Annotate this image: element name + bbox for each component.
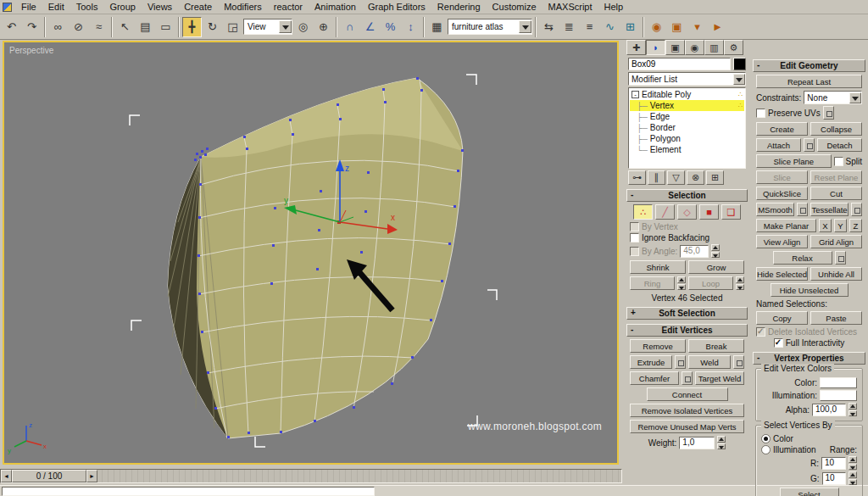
slice-button[interactable]: Slice (756, 170, 808, 184)
vertex-mode-icon[interactable]: ∴ (633, 204, 653, 220)
chamfer-settings-icon[interactable] (682, 371, 693, 385)
relax-settings-icon[interactable] (835, 251, 846, 265)
weld-settings-icon[interactable] (733, 355, 744, 369)
select-object-icon[interactable]: ↖ (115, 17, 135, 37)
loop-spinner[interactable] (736, 276, 744, 290)
schematic-view-icon[interactable]: ⊞ (620, 17, 640, 37)
time-slider-button[interactable]: 0 / 100 (12, 470, 86, 482)
use-pivot-point-icon[interactable]: ◎ (293, 17, 313, 37)
stack-item-vertex[interactable]: Vertex ∴ (630, 100, 744, 111)
preserve-uvs-checkbox[interactable] (756, 109, 765, 118)
select-and-manipulate-icon[interactable]: ⊕ (314, 17, 333, 37)
create-button[interactable]: Create (756, 122, 808, 136)
align-icon[interactable]: ≣ (559, 17, 579, 37)
view-align-button[interactable]: View Align (756, 235, 808, 248)
target-weld-button[interactable]: Target Weld (695, 371, 744, 385)
select-button[interactable]: Select (780, 488, 839, 496)
connect-button[interactable]: Connect (647, 387, 728, 401)
mesh-object[interactable] (168, 77, 464, 438)
mirror-icon[interactable]: ⇆ (539, 17, 559, 37)
vertex-properties-rollout-header[interactable]: - Vertex Properties (753, 352, 865, 365)
extrude-button[interactable]: Extrude (630, 355, 672, 369)
material-editor-icon[interactable]: ◉ (647, 17, 666, 37)
stack-item-polygon[interactable]: Polygon (630, 133, 744, 144)
stack-item-edge[interactable]: Edge (630, 111, 744, 122)
spinner-snap-icon[interactable]: ↕ (401, 17, 420, 37)
layer-manager-icon[interactable]: ≡ (580, 17, 599, 37)
tessellate-settings-icon[interactable] (851, 203, 862, 216)
extrude-settings-icon[interactable] (675, 355, 686, 369)
viewport-canvas[interactable]: z x y z x y (4, 42, 617, 463)
vertex-illumination-swatch[interactable] (820, 390, 857, 401)
motion-tab[interactable]: ◉ (685, 40, 704, 55)
modifier-list-dropdown[interactable]: Modifier List (628, 72, 746, 86)
collapse-tree-icon[interactable] (632, 91, 639, 98)
paste-button[interactable]: Paste (810, 311, 862, 325)
stack-item-element[interactable]: Element (630, 144, 744, 155)
hide-unselected-button[interactable]: Hide Unselected (771, 283, 849, 297)
menu-graph-editors[interactable]: Graph Editors (362, 1, 431, 13)
element-mode-icon[interactable]: ❑ (721, 204, 741, 220)
remove-isolated-vertices-button[interactable]: Remove Isolated Vertices (630, 404, 744, 417)
edit-vertices-rollout-header[interactable]: - Edit Vertices (626, 324, 748, 337)
hierarchy-tab[interactable]: ▣ (665, 40, 685, 55)
viewport-label[interactable]: Perspective (9, 46, 53, 55)
remove-button[interactable]: Remove (630, 339, 686, 353)
alpha-spinner[interactable] (849, 403, 857, 416)
repeat-last-button[interactable]: Repeat Last (756, 75, 862, 88)
select-by-color-radio[interactable] (761, 434, 771, 443)
utilities-tab[interactable]: ⚙ (724, 40, 743, 55)
previous-frame-button[interactable]: ◄ (1, 470, 12, 482)
remove-unused-map-verts-button[interactable]: Remove Unused Map Verts (630, 420, 744, 433)
polygon-mode-icon[interactable]: ■ (699, 204, 719, 220)
selection-region-icon[interactable]: ▭ (156, 17, 175, 37)
show-end-result-icon[interactable]: ∥ (648, 170, 665, 185)
grid-align-button[interactable]: Grid Align (810, 235, 862, 248)
redo-icon[interactable]: ↷ (22, 17, 42, 37)
edge-mode-icon[interactable]: ╱ (655, 204, 675, 220)
configure-modifier-sets-icon[interactable]: ⊞ (706, 170, 724, 185)
collapse-button[interactable]: Collapse (810, 122, 862, 136)
vertex-color-swatch[interactable] (820, 377, 857, 388)
make-planar-z-button[interactable]: Z (849, 219, 862, 232)
hide-selected-button[interactable]: Hide Selected (756, 267, 808, 281)
make-planar-x-button[interactable]: X (819, 219, 832, 232)
select-and-scale-icon[interactable]: ◲ (223, 17, 242, 37)
attach-button[interactable]: Attach (756, 138, 801, 152)
object-color-swatch[interactable] (733, 58, 746, 70)
break-button[interactable]: Break (688, 339, 744, 353)
menu-tools[interactable]: Tools (70, 1, 104, 13)
select-and-link-icon[interactable]: ∞ (48, 17, 68, 37)
bind-to-space-warp-icon[interactable]: ≈ (89, 17, 108, 37)
select-and-move-icon[interactable]: ╋ (182, 17, 202, 37)
ring-button[interactable]: Ring (630, 276, 675, 290)
modify-tab[interactable]: ◗ (646, 40, 665, 55)
stack-item-editable-poly[interactable]: Editable Poly ∴ (630, 89, 744, 100)
loop-button[interactable]: Loop (688, 276, 733, 290)
angle-snap-icon[interactable]: ∠ (360, 17, 380, 37)
remove-modifier-icon[interactable]: ⊗ (687, 170, 704, 185)
display-tab[interactable]: ▥ (704, 40, 724, 55)
grow-button[interactable]: Grow (688, 260, 744, 274)
msmooth-button[interactable]: MSmooth (756, 203, 794, 216)
select-and-rotate-icon[interactable]: ↻ (203, 17, 222, 37)
chamfer-button[interactable]: Chamfer (630, 371, 679, 385)
angle-value-field[interactable]: 45,0 (680, 245, 709, 258)
attach-settings-icon[interactable] (804, 138, 815, 152)
next-frame-button[interactable]: ► (86, 470, 97, 482)
select-by-name-icon[interactable]: ▤ (136, 17, 155, 37)
angle-spinner[interactable] (711, 244, 720, 258)
menu-edit[interactable]: Edit (42, 1, 70, 13)
g-value-field[interactable]: 10 (822, 472, 846, 485)
r-value-field[interactable]: 10 (821, 457, 846, 470)
select-by-illumination-radio[interactable] (761, 445, 771, 454)
menu-views[interactable]: Views (142, 1, 178, 13)
menu-customize[interactable]: Customize (487, 1, 542, 13)
ring-spinner[interactable] (677, 276, 686, 290)
menu-help[interactable]: Help (598, 1, 630, 13)
perspective-viewport[interactable]: z x y z x y Perspective www.moroneh.blog… (3, 41, 619, 465)
preserve-uvs-settings-icon[interactable] (823, 106, 834, 120)
curve-editor-icon[interactable]: ∿ (600, 17, 620, 37)
detach-button[interactable]: Detach (817, 138, 862, 152)
menu-maxscript[interactable]: MAXScript (542, 1, 598, 13)
